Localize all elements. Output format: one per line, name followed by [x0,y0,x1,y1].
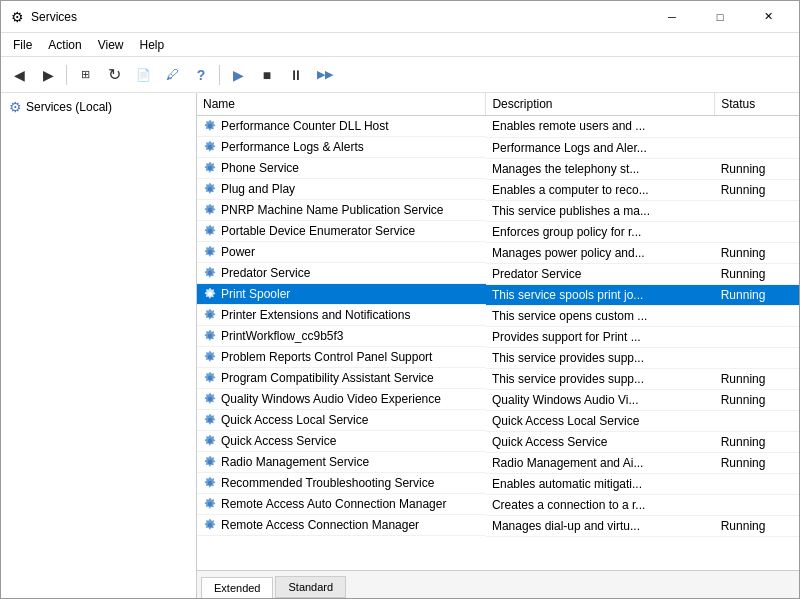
service-status-cell [715,221,799,242]
service-name-cell: Problem Reports Control Panel Support [197,347,486,368]
bottom-tabs: Extended Standard [197,570,799,598]
svg-point-2 [208,166,212,170]
service-description-cell: Enables a computer to reco... [486,179,715,200]
service-gear-icon [203,161,217,175]
minimize-button[interactable]: ─ [649,1,695,33]
table-row[interactable]: Print SpoolerThis service spools print j… [197,284,799,305]
service-gear-icon [203,140,217,154]
table-row[interactable]: Radio Management ServiceRadio Management… [197,452,799,473]
table-row[interactable]: Quick Access ServiceQuick Access Service… [197,431,799,452]
svg-point-10 [208,334,212,338]
forward-button[interactable]: ▶ [34,61,62,89]
service-name-text: Printer Extensions and Notifications [221,308,410,322]
services-table-wrapper[interactable]: Name Description Status Performance Coun… [197,93,799,570]
svg-point-11 [208,355,212,359]
service-description-cell: This service publishes a ma... [486,200,715,221]
service-status-cell: Running [715,263,799,284]
restart-service-button[interactable]: ▶▶ [311,61,339,89]
service-description-cell: Manages power policy and... [486,242,715,263]
table-row[interactable]: Quality Windows Audio Video ExperienceQu… [197,389,799,410]
menu-help[interactable]: Help [132,34,173,56]
service-name-text: Quality Windows Audio Video Experience [221,392,441,406]
service-status-cell [715,494,799,515]
show-hide-pane-button[interactable]: ⊞ [71,61,99,89]
table-row[interactable]: PrintWorkflow_cc9b5f3Provides support fo… [197,326,799,347]
pause-service-button[interactable]: ⏸ [282,61,310,89]
service-gear-icon [203,434,217,448]
service-status-cell: Running [715,179,799,200]
table-row[interactable]: PowerManages power policy and...Running [197,242,799,263]
service-name-cell: Phone Service [197,158,486,179]
table-row[interactable]: Portable Device Enumerator ServiceEnforc… [197,221,799,242]
service-status-cell [715,326,799,347]
table-row[interactable]: Problem Reports Control Panel SupportThi… [197,347,799,368]
service-name-text: PNRP Machine Name Publication Service [221,203,444,217]
service-name-cell: Remote Access Connection Manager [197,515,486,536]
service-description-cell: Enforces group policy for r... [486,221,715,242]
service-name-cell: Portable Device Enumerator Service [197,221,486,242]
tab-standard[interactable]: Standard [275,576,346,598]
service-gear-icon [203,245,217,259]
table-row[interactable]: Quick Access Local ServiceQuick Access L… [197,410,799,431]
tab-extended[interactable]: Extended [201,577,273,598]
service-status-cell: Running [715,242,799,263]
back-button[interactable]: ◀ [5,61,33,89]
col-header-name[interactable]: Name [197,93,486,116]
service-name-text: Predator Service [221,266,310,280]
svg-point-3 [208,187,212,191]
refresh-button[interactable]: ↻ [100,61,128,89]
table-row[interactable]: Recommended Troubleshooting ServiceEnabl… [197,473,799,494]
table-row[interactable]: Performance Counter DLL HostEnables remo… [197,116,799,138]
start-service-button[interactable]: ▶ [224,61,252,89]
service-gear-icon [203,182,217,196]
properties-button[interactable]: 🖊 [158,61,186,89]
maximize-button[interactable]: □ [697,1,743,33]
menu-view[interactable]: View [90,34,132,56]
service-status-cell [715,410,799,431]
service-gear-icon [203,224,217,238]
service-status-cell: Running [715,389,799,410]
services-local-label: Services (Local) [26,100,112,114]
table-row[interactable]: Phone ServiceManages the telephony st...… [197,158,799,179]
col-header-description[interactable]: Description [486,93,715,116]
export-button[interactable]: 📄 [129,61,157,89]
service-name-cell: Recommended Troubleshooting Service [197,473,486,494]
table-row[interactable]: Remote Access Connection ManagerManages … [197,515,799,536]
table-row[interactable]: Program Compatibility Assistant ServiceT… [197,368,799,389]
service-status-cell: Running [715,431,799,452]
service-description-cell: Enables automatic mitigati... [486,473,715,494]
service-name-text: Recommended Troubleshooting Service [221,476,434,490]
table-row[interactable]: Performance Logs & AlertsPerformance Log… [197,137,799,158]
stop-service-button[interactable]: ■ [253,61,281,89]
service-name-text: Problem Reports Control Panel Support [221,350,432,364]
table-row[interactable]: PNRP Machine Name Publication ServiceThi… [197,200,799,221]
service-name-cell: Quick Access Local Service [197,410,486,431]
service-name-text: Program Compatibility Assistant Service [221,371,434,385]
service-gear-icon [203,308,217,322]
close-button[interactable]: ✕ [745,1,791,33]
table-row[interactable]: Plug and PlayEnables a computer to reco.… [197,179,799,200]
service-name-cell: Radio Management Service [197,452,486,473]
service-status-cell: Running [715,368,799,389]
service-description-cell: Performance Logs and Aler... [486,137,715,158]
service-name-text: Print Spooler [221,287,290,301]
service-gear-icon [203,497,217,511]
toolbar-separator-2 [219,65,220,85]
help-button[interactable]: ? [187,61,215,89]
service-gear-icon [203,203,217,217]
col-header-status[interactable]: Status [715,93,799,116]
service-name-text: Radio Management Service [221,455,369,469]
tree-item-services-local[interactable]: ⚙ Services (Local) [5,97,192,117]
service-name-text: Phone Service [221,161,299,175]
service-name-text: Plug and Play [221,182,295,196]
menu-file[interactable]: File [5,34,40,56]
menu-action[interactable]: Action [40,34,89,56]
svg-point-8 [208,292,212,296]
service-status-cell [715,473,799,494]
service-name-cell: Program Compatibility Assistant Service [197,368,486,389]
svg-point-12 [208,376,212,380]
service-status-cell: Running [715,515,799,536]
table-row[interactable]: Remote Access Auto Connection ManagerCre… [197,494,799,515]
table-row[interactable]: Predator ServicePredator ServiceRunning [197,263,799,284]
table-row[interactable]: Printer Extensions and NotificationsThis… [197,305,799,326]
